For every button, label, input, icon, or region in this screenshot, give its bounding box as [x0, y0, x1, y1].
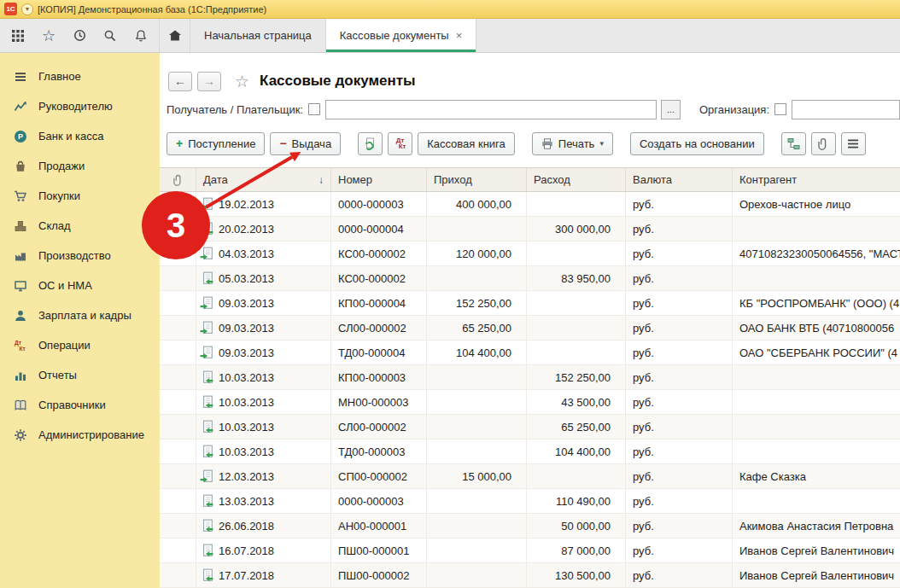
organization-filter-input[interactable]: [792, 100, 900, 119]
sidebar-item-production[interactable]: Производство: [0, 241, 160, 271]
table-row[interactable]: 12.03.2013 СП00-000002 15 000,00 руб. Ка…: [160, 464, 900, 489]
cell-income: [427, 514, 527, 538]
dtkt-entries-icon-button[interactable]: ДтКт: [388, 132, 412, 155]
cell-number: СЛ00-000002: [331, 316, 427, 340]
sidebar-item-hr-payroll[interactable]: Зарплата и кадры: [0, 300, 160, 330]
tab-label: Кассовые документы: [340, 29, 449, 42]
table-row[interactable]: 10.03.2013 ТД00-000003 104 400,00 руб.: [160, 440, 900, 464]
sidebar-item-label: Покупки: [38, 189, 80, 202]
date-column-header[interactable]: Дата ↓: [196, 168, 331, 191]
tab-label: Начальная страница: [204, 29, 312, 42]
cell-date: 09.03.2013: [196, 316, 331, 340]
number-column-header[interactable]: Номер: [331, 168, 427, 191]
cell-number: ТД00-000004: [331, 341, 427, 364]
cell-counterparty: [733, 390, 900, 414]
table-row[interactable]: 05.03.2013 КС00-000002 83 950,00 руб.: [160, 266, 900, 291]
create-based-on-button[interactable]: Создать на основании: [630, 132, 764, 155]
notifications-bell-icon[interactable]: [131, 26, 150, 45]
table-row[interactable]: 09.03.2013 СЛ00-000002 65 250,00 руб. ОА…: [160, 316, 900, 341]
post-document-icon-button[interactable]: [358, 132, 383, 155]
sidebar-item-bank-cash[interactable]: P Банк и касса: [0, 121, 160, 151]
back-button[interactable]: ←: [168, 72, 192, 91]
cell-date: 04.03.2013: [196, 242, 331, 265]
table-row[interactable]: 13.03.2013 0000-000003 110 490,00 руб.: [160, 489, 900, 514]
forward-button[interactable]: →: [197, 72, 221, 91]
favorites-star-icon[interactable]: ☆: [39, 26, 58, 45]
tab-close-icon[interactable]: ×: [456, 29, 463, 42]
cell-counterparty: [733, 266, 900, 290]
expense-column-header[interactable]: Расход: [527, 168, 626, 191]
history-icon[interactable]: [70, 26, 89, 45]
service-menu-icon[interactable]: [9, 26, 27, 45]
table-row[interactable]: 26.06.2018 АН00-000001 50 000,00 руб. Ак…: [160, 514, 900, 539]
table-row[interactable]: 10.03.2013 СЛ00-000002 65 250,00 руб.: [160, 415, 900, 440]
table-row[interactable]: 09.03.2013 КП00-000004 152 250,00 руб. К…: [160, 291, 900, 316]
income-column-header[interactable]: Приход: [427, 168, 527, 191]
sidebar-item-fixed-assets[interactable]: ОС и НМА: [0, 271, 160, 300]
attachments-icon-button[interactable]: [811, 132, 836, 155]
sort-descending-icon: ↓: [319, 174, 324, 186]
sidebar-item-sales[interactable]: Продажи: [0, 151, 160, 181]
cell-currency: руб.: [626, 440, 733, 463]
cell-income: 65 250,00: [427, 316, 527, 340]
table-row[interactable]: 09.03.2013 ТД00-000004 104 400,00 руб. О…: [160, 341, 900, 365]
counterparty-column-header[interactable]: Контрагент: [733, 168, 900, 191]
cell-currency: руб.: [626, 192, 733, 216]
table-row[interactable]: 10.03.2013 МН00-000003 43 500,00 руб.: [160, 390, 900, 415]
table-row[interactable]: 19.02.2013 0000-000003 400 000,00 руб. О…: [160, 192, 900, 217]
organization-filter-checkbox[interactable]: [774, 103, 786, 115]
attachments-column-header[interactable]: [160, 168, 196, 191]
cell-expense: 83 950,00: [527, 266, 626, 290]
cell-number: СП00-000002: [331, 464, 427, 488]
table-row[interactable]: 20.02.2013 0000-000004 300 000,00 руб.: [160, 217, 900, 242]
table-row[interactable]: 16.07.2018 ПШ00-000001 87 000,00 руб. Ив…: [160, 539, 900, 563]
cash-document-icon: [200, 321, 213, 335]
recipient-picker-button[interactable]: ...: [661, 100, 681, 119]
cell-currency: руб.: [626, 464, 733, 488]
search-icon[interactable]: [101, 26, 120, 45]
tab-start-page[interactable]: Начальная страница: [190, 19, 326, 52]
cell-date: 09.03.2013: [196, 341, 331, 364]
more-icon-button[interactable]: [841, 132, 866, 155]
issue-button[interactable]: − Выдача: [270, 132, 341, 155]
table-row[interactable]: 10.03.2013 КП00-000003 152 250,00 руб.: [160, 365, 900, 390]
home-icon[interactable]: [160, 19, 190, 52]
cell-currency: руб.: [626, 489, 733, 513]
sidebar-item-reports[interactable]: Отчеты: [0, 360, 160, 390]
cell-expense: [527, 316, 626, 340]
table-row[interactable]: 17.07.2018 ПШ00-000002 130 500,00 руб. И…: [160, 563, 900, 588]
cell-currency: руб.: [626, 539, 733, 562]
currency-column-header[interactable]: Валюта: [626, 168, 733, 191]
receipt-button-label: Поступление: [188, 137, 255, 150]
cash-document-icon: [200, 370, 213, 384]
related-documents-icon-button[interactable]: [781, 132, 806, 155]
sidebar-item-references[interactable]: Справочники: [0, 390, 160, 420]
sidebar-item-main[interactable]: Главное: [0, 61, 160, 91]
sidebar-item-manager[interactable]: Руководителю: [0, 91, 160, 121]
add-to-favorites-star-icon[interactable]: ☆: [235, 72, 249, 91]
recipient-filter-checkbox[interactable]: [308, 103, 320, 115]
receipt-button[interactable]: + Поступление: [167, 132, 265, 155]
list-toolbar: + Поступление − Выдача ДтКт Кассовая кни…: [160, 128, 900, 159]
sidebar-item-warehouse[interactable]: Склад: [0, 211, 160, 241]
sidebar-item-administration[interactable]: Администрирование: [0, 420, 160, 450]
cell-counterparty: Кафе Сказка: [733, 464, 900, 488]
sidebar-item-purchases[interactable]: Покупки: [0, 181, 160, 211]
cash-book-button[interactable]: Кассовая книга: [418, 132, 515, 155]
recipient-filter-input[interactable]: [325, 100, 657, 119]
print-button[interactable]: Печать ▾: [532, 132, 613, 155]
main-content: ← → ☆ Кассовые документы Получатель / Пл…: [160, 53, 900, 588]
organization-filter-label: Организация:: [699, 103, 769, 116]
system-menu-button[interactable]: ▼: [21, 3, 33, 15]
cash-document-icon: [200, 544, 213, 557]
tab-cash-documents[interactable]: Кассовые документы ×: [326, 19, 477, 52]
cash-book-label: Кассовая книга: [427, 137, 506, 150]
cell-date: 05.03.2013: [196, 266, 331, 290]
svg-text:Кт: Кт: [20, 346, 26, 352]
sidebar-item-label: Справочники: [38, 399, 106, 411]
tab-bar: ☆ Начальная страница Кассовые документы …: [0, 19, 900, 53]
sidebar-item-operations[interactable]: ДтКт Операции: [0, 330, 160, 360]
table-row[interactable]: 04.03.2013 КС00-000002 120 000,00 руб. 4…: [160, 242, 900, 266]
dtkt-icon: ДтКт: [394, 137, 406, 149]
cell-income: [427, 266, 527, 290]
